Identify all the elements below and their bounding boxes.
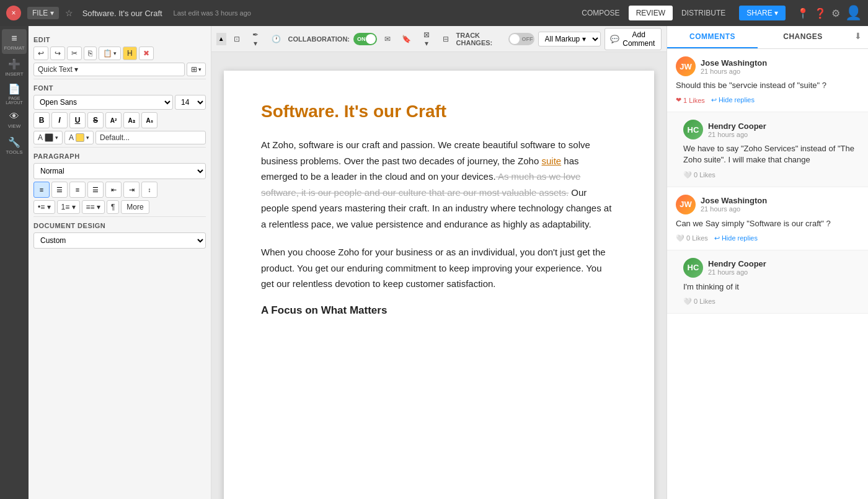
avatar: JW [676,56,696,76]
settings-icon[interactable]: ⚙ [831,7,840,19]
edit-section-title: EDIT [33,36,206,43]
filter-icon[interactable]: ⬇ [848,26,868,48]
hide-replies-button[interactable]: ↩ Hide replies [711,96,755,104]
color-row: A ▾ A ▾ Default... [33,131,206,144]
author-info: Jose Washington 21 hours ago [701,58,767,75]
italic-button[interactable]: I [51,112,68,128]
paragraph-style-select[interactable]: Normal [33,163,206,179]
underline-button[interactable]: U [69,112,86,128]
sidebar-item-insert[interactable]: ➕ INSERT [2,55,27,80]
bold-button[interactable]: B [33,112,50,128]
document-paragraph-2[interactable]: When you choose Zoho for your business o… [261,244,617,292]
distribute-nav-button[interactable]: DISTRIBUTE [674,6,733,20]
document-paragraph-1[interactable]: At Zoho, software is our craft and passi… [261,137,617,232]
paste-button[interactable]: 📋▾ [99,46,121,60]
indent-increase-button[interactable]: ⇥ [123,182,140,198]
file-menu-button[interactable]: FILE ▾ [27,7,59,19]
sidebar-item-tools[interactable]: 🔧 TOOLS [2,133,27,158]
add-comment-label: Add Comment [622,30,656,48]
like-button[interactable]: 🤍 0 Likes [676,234,708,242]
multilevel-list-button[interactable]: ≡≡ ▾ [82,200,105,214]
collaboration-toggle[interactable]: ON [353,33,377,45]
indent-decrease-button[interactable]: ⇤ [105,182,122,198]
toggle-knob [366,34,376,44]
bg-color-button[interactable]: A ▾ [64,131,94,144]
compose-nav-button[interactable]: COMPOSE [574,6,627,20]
main-container: ≡ FORMAT ➕ INSERT 📄 PAGELAYOUT 👁 VIEW 🔧 … [0,26,868,499]
comment-author-row: JW Jose Washington 21 hours ago [676,195,859,214]
sidebar-item-format[interactable]: ≡ FORMAT [2,29,27,54]
paragraph-style-row: Normal [33,163,206,179]
document-style-select[interactable]: Custom [33,232,206,249]
bullet-list-button[interactable]: •≡ ▾ [33,200,55,214]
format-tool-button[interactable]: ✒ ▾ [247,29,264,50]
highlight-button[interactable]: H [123,46,137,60]
comment-text: Can we Say simply "Software is our craft… [676,218,859,229]
markup-select[interactable]: All Markup ▾ [538,32,601,46]
comment-icon: 💬 [610,35,619,43]
like-button[interactable]: 🤍 0 Likes [683,298,715,306]
avatar: HC [683,120,703,139]
align-justify-button[interactable]: ☰ [87,182,104,198]
help-icon[interactable]: ❓ [814,7,826,19]
default-format-button[interactable]: Default... [95,131,206,144]
comment-time: 21 hours ago [701,205,767,213]
share-button[interactable]: SHARE ▾ [739,6,786,20]
star-icon[interactable]: ☆ [65,8,73,18]
like-button[interactable]: 🤍 0 Likes [683,171,715,179]
bg-color-preview [76,133,84,142]
quick-text-button[interactable]: Quick Text ▾ [33,63,185,76]
superscript-button[interactable]: A² [105,112,122,128]
table-tool-button[interactable]: ⊠ ▾ [418,29,435,50]
align-right-button[interactable]: ≡ [69,182,86,198]
track-changes-toggle[interactable]: OFF [508,33,534,45]
number-list-button[interactable]: 1≡ ▾ [57,200,80,214]
editor-area: ▲ ⊡ ✒ ▾ 🕐 COLLABORATION: ON ✉ 🔖 ⊠ ▾ ⊟ TR… [211,26,666,499]
small-text-button[interactable]: Aₛ [141,112,157,128]
undo-button[interactable]: ↩ [33,46,48,60]
font-family-select[interactable]: Open Sans [33,95,173,110]
scroll-up-button[interactable]: ▲ [216,33,226,45]
subscript-button[interactable]: A₂ [123,112,140,128]
cut-button[interactable]: ✂ [67,46,82,60]
sidebar-item-page-layout[interactable]: 📄 PAGELAYOUT [2,81,27,106]
font-size-select[interactable]: 14 [175,95,206,110]
clock-tool-button[interactable]: 🕐 [268,33,285,45]
mail-tool-button[interactable]: ✉ [381,33,394,45]
bookmark-tool-button[interactable]: 🔖 [398,33,415,45]
close-button[interactable]: × [6,6,21,20]
font-color-button[interactable]: A ▾ [33,131,63,144]
location-icon[interactable]: 📍 [797,7,809,19]
collaboration-label: COLLABORATION: [288,35,350,43]
comments-list: JW Jose Washington 21 hours ago Should t… [667,49,868,499]
copy-button[interactable]: ⎘ [84,46,97,60]
comment-author-row: HC Hendry Cooper 21 hours ago [683,120,859,139]
changes-tab[interactable]: CHANGES [758,26,848,48]
review-nav-button[interactable]: REVIEW [629,6,673,20]
align-left-button[interactable]: ≡ [33,182,50,198]
document-title: Software. It's our Craft [82,9,162,18]
frame-tool-button[interactable]: ⊟ [439,33,453,45]
user-avatar[interactable]: 👤 [845,5,862,21]
pilcrow-button[interactable]: ¶ [107,200,119,214]
insert-special-button[interactable]: ⊞▾ [187,63,206,76]
comments-tab[interactable]: COMMENTS [667,26,758,48]
bg-color-label: A [69,133,74,142]
sidebar-item-view[interactable]: 👁 VIEW [2,107,27,132]
document-page[interactable]: Software. It's our Craft At Zoho, softwa… [224,71,654,499]
editor-content: Software. It's our Craft At Zoho, softwa… [211,52,666,499]
strike-button[interactable]: S [87,112,104,128]
like-button[interactable]: ❤ 1 Likes [676,96,705,104]
more-button[interactable]: More [121,200,149,214]
comments-header: COMMENTS CHANGES ⬇ [667,26,868,49]
hide-replies-button[interactable]: ↩ Hide replies [714,234,758,242]
document-subtitle: Last edit was 3 hours ago [174,9,251,17]
author-info: Hendry Cooper 21 hours ago [708,259,766,276]
redo-button[interactable]: ↪ [50,46,65,60]
sidebar-label-tools: TOOLS [6,149,23,155]
align-center-button[interactable]: ☰ [51,182,68,198]
clear-format-button[interactable]: ✖ [139,46,154,60]
line-spacing-button[interactable]: ↕ [141,182,157,198]
add-comment-button[interactable]: 💬 Add Comment [604,28,662,50]
layout-tool-button[interactable]: ⊡ [230,33,244,45]
